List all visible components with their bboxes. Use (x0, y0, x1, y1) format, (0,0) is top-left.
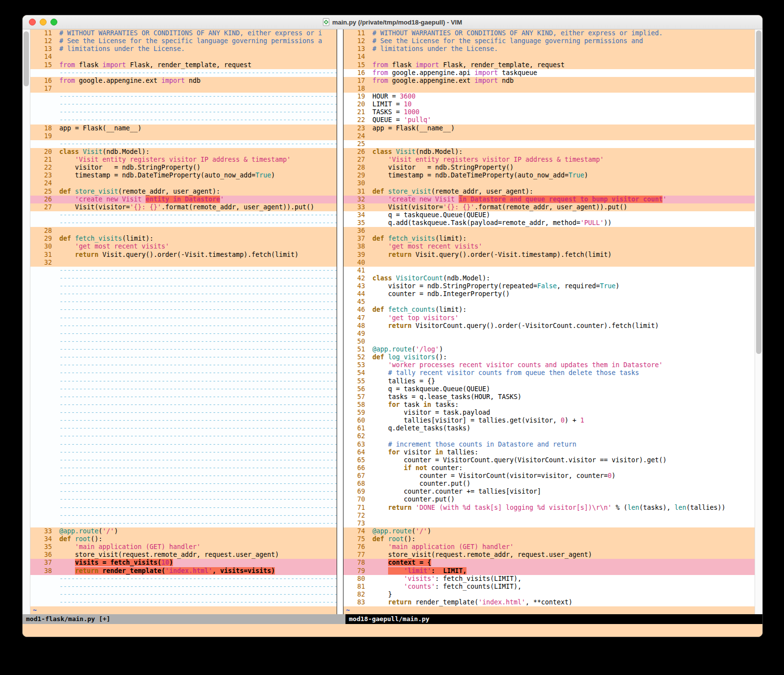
code-line[interactable]: 16from google.appengine.api import taskq… (343, 69, 755, 77)
code-line[interactable]: 56 q = taskqueue.Queue(QUEUE) (343, 385, 755, 393)
code-line[interactable]: 27 Visit(visitor='{}: {}'.format(remote_… (30, 203, 337, 211)
diff-filler-line[interactable]: ----------------------------------------… (30, 93, 337, 100)
diff-filler-line[interactable]: ----------------------------------------… (30, 464, 337, 472)
diff-filler-line[interactable]: ----------------------------------------… (30, 211, 337, 219)
diff-filler-line[interactable]: ----------------------------------------… (30, 369, 337, 377)
code-line[interactable]: 77 store_visit(request.remote_addr, requ… (343, 551, 755, 559)
code-line[interactable]: 21TASKS = 1000 (343, 108, 755, 116)
diff-filler-line[interactable]: ----------------------------------------… (30, 267, 337, 275)
titlebar[interactable]: main.py (/private/tmp/mod18-gaepull) - V… (23, 15, 762, 29)
diff-filler-line[interactable]: ----------------------------------------… (30, 599, 337, 606)
diff-filler-line[interactable]: ----------------------------------------… (30, 322, 337, 330)
diff-filler-line[interactable]: ----------------------------------------… (30, 330, 337, 338)
code-line[interactable]: 63 # increment those counts in Datastore… (343, 441, 755, 449)
code-line[interactable]: 68 counter.put() (343, 480, 755, 488)
code-line[interactable]: 61 q.delete_tasks(tasks) (343, 425, 755, 432)
code-line[interactable]: 11# WITHOUT WARRANTIES OR CONDITIONS OF … (30, 29, 337, 37)
code-line[interactable]: 43 visitor = ndb.StringProperty(repeated… (343, 282, 755, 290)
code-line[interactable]: 35 q.add(taskqueue.Task(payload=remote_a… (343, 219, 755, 227)
command-line[interactable] (23, 624, 762, 637)
code-line[interactable]: 37 visits = fetch_visits(10) (30, 559, 337, 567)
code-line[interactable]: 38 return render_template('index.html', … (30, 567, 337, 575)
code-line[interactable]: 17from google.appengine.ext import ndb (343, 77, 755, 85)
code-line[interactable]: 71 return 'DONE (with %d task[s] logging… (343, 504, 755, 512)
diff-filler-line[interactable]: ----------------------------------------… (30, 346, 337, 353)
left-scrollbar[interactable] (23, 29, 30, 614)
code-line[interactable]: 66 if not counter: (343, 464, 755, 472)
code-line[interactable]: 57 tasks = q.lease_tasks(HOUR, TASKS) (343, 393, 755, 401)
code-line[interactable]: 39 return Visit.query().order(-Visit.tim… (343, 251, 755, 259)
diff-filler-line[interactable]: ----------------------------------------… (30, 512, 337, 520)
code-line[interactable]: 34 q = taskqueue.Queue(QUEUE) (343, 211, 755, 219)
statusline-right[interactable]: mod18-gaepull/main.py (345, 614, 762, 624)
diff-filler-line[interactable]: ----------------------------------------… (30, 480, 337, 488)
code-line[interactable]: 30 (343, 179, 755, 187)
code-line[interactable]: 20LIMIT = 10 (343, 100, 755, 108)
code-line[interactable]: 24 (343, 132, 755, 140)
code-line[interactable]: 22 visitor = ndb.StringProperty() (30, 164, 337, 172)
diff-filler-line[interactable]: ----------------------------------------… (30, 575, 337, 583)
diff-filler-line[interactable]: ----------------------------------------… (30, 472, 337, 480)
code-line[interactable]: 76 'main application (GET) handler' (343, 543, 755, 551)
code-line[interactable]: 59 visitor = task.payload (343, 409, 755, 417)
diff-filler-line[interactable]: ----------------------------------------… (30, 377, 337, 385)
right-scrollbar[interactable] (755, 29, 762, 614)
code-line[interactable]: 78 context = { (343, 559, 755, 567)
code-line[interactable]: 58 for task in tasks: (343, 401, 755, 409)
code-line[interactable]: 15from flask import Flask, render_templa… (343, 61, 755, 69)
code-line[interactable]: 47 'get top visitors' (343, 314, 755, 322)
code-line[interactable]: 24 (30, 179, 337, 187)
code-line[interactable]: 73 (343, 520, 755, 527)
right-scrollbar-thumb[interactable] (756, 30, 761, 354)
empty-buffer-line[interactable]: ~ (30, 606, 337, 614)
code-line[interactable]: 46def fetch_counts(limit): (343, 306, 755, 314)
code-line[interactable]: 18app = Flask(__name__) (30, 125, 337, 132)
code-line[interactable]: 33 Visit(visitor='{}: {}'.format(remote_… (343, 203, 755, 211)
code-line[interactable]: 83 return render_template('index.html', … (343, 599, 755, 606)
code-line[interactable]: 37def fetch_visits(limit): (343, 235, 755, 243)
diff-filler-line[interactable]: ----------------------------------------… (30, 290, 337, 298)
code-line[interactable]: 62 (343, 432, 755, 440)
code-line[interactable]: 36 store_visit(request.remote_addr, requ… (30, 551, 337, 559)
code-line[interactable]: 25def store_visit(remote_addr, user_agen… (30, 188, 337, 196)
code-line[interactable]: 40 (343, 259, 755, 267)
code-line[interactable]: 11# WITHOUT WARRANTIES OR CONDITIONS OF … (343, 29, 755, 37)
code-line[interactable]: 14 (343, 53, 755, 61)
code-line[interactable]: 69 counter.counter += tallies[visitor] (343, 488, 755, 496)
diff-filler-line[interactable]: ----------------------------------------… (30, 488, 337, 496)
code-line[interactable]: 29 timestamp = ndb.DateTimeProperty(auto… (343, 172, 755, 179)
code-line[interactable]: 33@app.route('/') (30, 527, 337, 535)
zoom-button[interactable] (50, 19, 57, 25)
code-line[interactable]: 60 tallies[visitor] = tallies.get(visito… (343, 417, 755, 425)
diff-filler-line[interactable]: ----------------------------------------… (30, 456, 337, 464)
diff-filler-line[interactable]: ----------------------------------------… (30, 219, 337, 227)
code-line[interactable]: 72 (343, 512, 755, 520)
code-line[interactable]: 27 'Visit entity registers visitor IP ad… (343, 156, 755, 164)
code-line[interactable]: 45 (343, 298, 755, 306)
diff-filler-line[interactable]: ----------------------------------------… (30, 116, 337, 124)
code-line[interactable]: 49 (343, 330, 755, 338)
diff-filler-line[interactable]: ----------------------------------------… (30, 496, 337, 503)
diff-filler-line[interactable]: ----------------------------------------… (30, 282, 337, 290)
code-line[interactable]: 65 counter = VisitorCount.query(VisitorC… (343, 456, 755, 464)
code-line[interactable]: 35 'main application (GET) handler' (30, 543, 337, 551)
diff-filler-line[interactable]: ----------------------------------------… (30, 385, 337, 393)
code-line[interactable]: 25 (343, 140, 755, 148)
code-line[interactable]: 64 for visitor in tallies: (343, 449, 755, 456)
code-line[interactable]: 70 counter.put() (343, 496, 755, 503)
code-line[interactable]: 48 return VisitorCount.query().order(-Vi… (343, 322, 755, 330)
code-line[interactable]: 82 } (343, 591, 755, 599)
statusline-left[interactable]: mod1-flask/main.py [+] (23, 614, 345, 624)
code-line[interactable]: 15from flask import Flask, render_templa… (30, 61, 337, 69)
code-line[interactable]: 19 (30, 132, 337, 140)
code-line[interactable]: 28 visitor = ndb.StringProperty() (343, 164, 755, 172)
diff-filler-line[interactable]: ----------------------------------------… (30, 591, 337, 599)
code-line[interactable]: 53 'worker processes recent visitor coun… (343, 361, 755, 369)
diff-filler-line[interactable]: ----------------------------------------… (30, 69, 337, 77)
code-line[interactable]: 31 return Visit.query().order(-Visit.tim… (30, 251, 337, 259)
code-line[interactable]: 51@app.route('/log') (343, 346, 755, 353)
code-line[interactable]: 36 (343, 227, 755, 235)
diff-filler-line[interactable]: ----------------------------------------… (30, 425, 337, 432)
code-line[interactable]: 28 (30, 227, 337, 235)
minimize-button[interactable] (40, 19, 47, 25)
